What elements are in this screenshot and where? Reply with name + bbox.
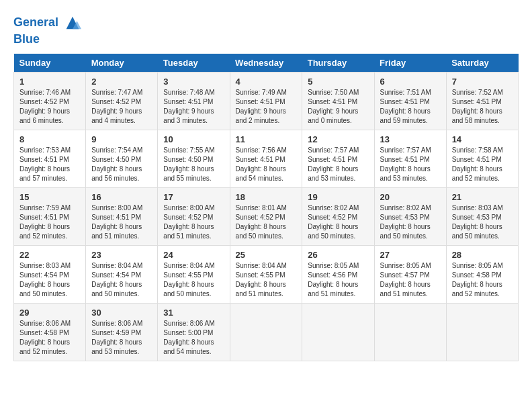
day-info: Sunrise: 8:04 AM Sunset: 4:54 PM Dayligh… [91,261,152,299]
week-row-5: 29Sunrise: 8:06 AM Sunset: 4:58 PM Dayli… [14,303,519,361]
day-info: Sunrise: 8:03 AM Sunset: 4:54 PM Dayligh… [19,261,80,299]
day-info: Sunrise: 8:00 AM Sunset: 4:52 PM Dayligh… [163,203,224,241]
day-header-thursday: Thursday [302,54,374,73]
day-info: Sunrise: 8:02 AM Sunset: 4:53 PM Dayligh… [380,203,441,241]
day-number: 29 [19,308,80,318]
day-number: 14 [452,134,513,144]
day-number: 22 [19,250,80,260]
calendar-cell: 4Sunrise: 7:49 AM Sunset: 4:51 PM Daylig… [230,72,302,130]
day-info: Sunrise: 8:05 AM Sunset: 4:58 PM Dayligh… [452,261,513,299]
calendar-cell: 28Sunrise: 8:05 AM Sunset: 4:58 PM Dayli… [446,245,518,303]
calendar-cell: 25Sunrise: 8:04 AM Sunset: 4:55 PM Dayli… [230,245,302,303]
day-info: Sunrise: 7:51 AM Sunset: 4:51 PM Dayligh… [380,88,441,126]
day-number: 20 [380,192,441,202]
day-info: Sunrise: 7:54 AM Sunset: 4:50 PM Dayligh… [91,146,152,183]
week-row-1: 1Sunrise: 7:46 AM Sunset: 4:52 PM Daylig… [14,72,519,130]
calendar-cell: 11Sunrise: 7:56 AM Sunset: 4:51 PM Dayli… [230,130,302,187]
calendar-cell: 26Sunrise: 8:05 AM Sunset: 4:56 PM Dayli… [302,245,374,303]
day-number: 2 [91,77,152,87]
calendar-cell: 22Sunrise: 8:03 AM Sunset: 4:54 PM Dayli… [14,245,86,303]
calendar-cell: 19Sunrise: 8:02 AM Sunset: 4:52 PM Dayli… [302,187,374,245]
calendar-cell: 27Sunrise: 8:05 AM Sunset: 4:57 PM Dayli… [374,245,446,303]
calendar-cell: 13Sunrise: 7:57 AM Sunset: 4:51 PM Dayli… [374,130,446,187]
day-header-wednesday: Wednesday [230,54,302,73]
calendar-table: SundayMondayTuesdayWednesdayThursdayFrid… [13,54,519,361]
logo-text: General [13,13,82,32]
calendar-cell: 12Sunrise: 7:57 AM Sunset: 4:51 PM Dayli… [302,130,374,187]
day-number: 24 [163,250,224,260]
day-number: 21 [452,192,513,202]
calendar-cell: 9Sunrise: 7:54 AM Sunset: 4:50 PM Daylig… [86,130,158,187]
calendar-cell: 16Sunrise: 8:00 AM Sunset: 4:51 PM Dayli… [86,187,158,245]
day-number: 8 [19,134,80,144]
day-number: 19 [308,192,368,202]
calendar-cell: 30Sunrise: 8:06 AM Sunset: 4:59 PM Dayli… [86,303,158,361]
day-header-saturday: Saturday [446,54,518,73]
calendar-cell: 14Sunrise: 7:58 AM Sunset: 4:51 PM Dayli… [446,130,518,187]
day-info: Sunrise: 8:01 AM Sunset: 4:52 PM Dayligh… [236,203,297,241]
calendar-cell: 23Sunrise: 8:04 AM Sunset: 4:54 PM Dayli… [86,245,158,303]
day-number: 11 [236,134,297,144]
calendar-cell: 3Sunrise: 7:48 AM Sunset: 4:51 PM Daylig… [158,72,230,130]
day-number: 4 [236,77,297,87]
calendar-cell: 8Sunrise: 7:53 AM Sunset: 4:51 PM Daylig… [14,130,86,187]
calendar-cell [230,303,302,361]
day-info: Sunrise: 8:03 AM Sunset: 4:53 PM Dayligh… [452,203,513,241]
day-info: Sunrise: 7:58 AM Sunset: 4:51 PM Dayligh… [452,146,513,183]
day-number: 7 [452,77,513,87]
calendar-cell: 6Sunrise: 7:51 AM Sunset: 4:51 PM Daylig… [374,72,446,130]
day-info: Sunrise: 7:49 AM Sunset: 4:51 PM Dayligh… [236,88,297,126]
day-number: 12 [308,134,368,144]
week-row-4: 22Sunrise: 8:03 AM Sunset: 4:54 PM Dayli… [14,245,519,303]
day-info: Sunrise: 8:06 AM Sunset: 4:59 PM Dayligh… [91,319,152,357]
day-info: Sunrise: 7:52 AM Sunset: 4:51 PM Dayligh… [452,88,513,126]
day-info: Sunrise: 7:56 AM Sunset: 4:51 PM Dayligh… [236,146,297,183]
day-info: Sunrise: 7:57 AM Sunset: 4:51 PM Dayligh… [380,146,441,183]
calendar-header: SundayMondayTuesdayWednesdayThursdayFrid… [14,54,519,73]
day-number: 1 [19,77,80,87]
week-row-2: 8Sunrise: 7:53 AM Sunset: 4:51 PM Daylig… [14,130,519,187]
day-info: Sunrise: 8:06 AM Sunset: 5:00 PM Dayligh… [163,319,224,357]
day-number: 3 [163,77,224,87]
day-number: 18 [236,192,297,202]
day-info: Sunrise: 7:59 AM Sunset: 4:51 PM Dayligh… [19,203,80,241]
calendar-cell: 18Sunrise: 8:01 AM Sunset: 4:52 PM Dayli… [230,187,302,245]
day-info: Sunrise: 8:04 AM Sunset: 4:55 PM Dayligh… [236,261,297,299]
day-number: 13 [380,134,441,144]
day-number: 23 [91,250,152,260]
day-number: 5 [308,77,368,87]
day-number: 28 [452,250,513,260]
calendar-cell: 1Sunrise: 7:46 AM Sunset: 4:52 PM Daylig… [14,72,86,130]
day-number: 30 [91,308,152,318]
day-info: Sunrise: 8:05 AM Sunset: 4:56 PM Dayligh… [308,261,368,299]
day-info: Sunrise: 8:06 AM Sunset: 4:58 PM Dayligh… [19,319,80,357]
calendar-cell [374,303,446,361]
day-info: Sunrise: 7:53 AM Sunset: 4:51 PM Dayligh… [19,146,80,183]
day-header-sunday: Sunday [14,54,86,73]
day-number: 9 [91,134,152,144]
calendar-cell: 24Sunrise: 8:04 AM Sunset: 4:55 PM Dayli… [158,245,230,303]
logo-line2: Blue [13,32,82,47]
day-info: Sunrise: 8:02 AM Sunset: 4:52 PM Dayligh… [308,203,368,241]
day-number: 10 [163,134,224,144]
calendar-cell: 31Sunrise: 8:06 AM Sunset: 5:00 PM Dayli… [158,303,230,361]
day-number: 15 [19,192,80,202]
calendar-cell: 10Sunrise: 7:55 AM Sunset: 4:50 PM Dayli… [158,130,230,187]
header-row: SundayMondayTuesdayWednesdayThursdayFrid… [14,54,519,73]
calendar-cell: 29Sunrise: 8:06 AM Sunset: 4:58 PM Dayli… [14,303,86,361]
day-number: 27 [380,250,441,260]
day-number: 6 [380,77,441,87]
calendar-cell: 21Sunrise: 8:03 AM Sunset: 4:53 PM Dayli… [446,187,518,245]
day-info: Sunrise: 7:47 AM Sunset: 4:52 PM Dayligh… [91,88,152,126]
calendar-body: 1Sunrise: 7:46 AM Sunset: 4:52 PM Daylig… [14,72,519,361]
calendar-cell [446,303,518,361]
day-number: 16 [91,192,152,202]
day-header-tuesday: Tuesday [158,54,230,73]
day-header-friday: Friday [374,54,446,73]
logo: General Blue [13,13,82,47]
day-info: Sunrise: 7:57 AM Sunset: 4:51 PM Dayligh… [308,146,368,183]
page-header: General Blue [13,13,519,47]
day-info: Sunrise: 8:05 AM Sunset: 4:57 PM Dayligh… [380,261,441,299]
calendar-cell [302,303,374,361]
day-number: 25 [236,250,297,260]
